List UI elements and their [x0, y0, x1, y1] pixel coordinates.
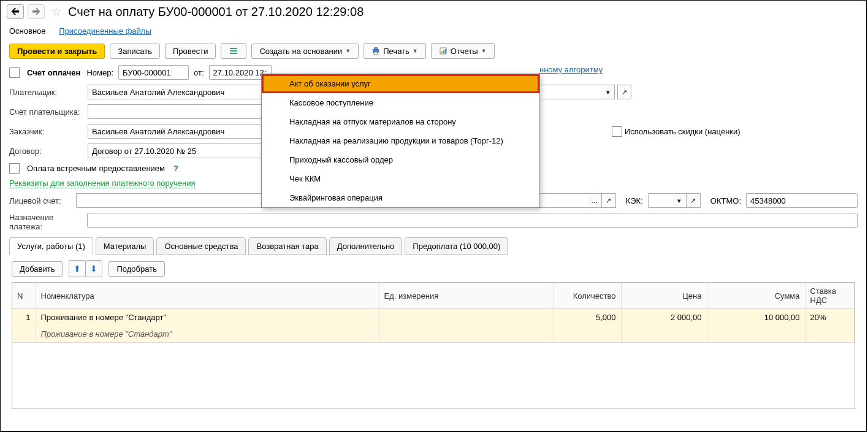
cell-qty: 5,000	[554, 309, 621, 326]
ellipsis-button[interactable]: …	[588, 193, 602, 208]
caret-down-icon: ▼	[481, 48, 487, 54]
dropdown-item-acquiring[interactable]: Эквайринговая операция	[262, 188, 539, 207]
svg-rect-1	[230, 50, 237, 52]
title-row: 🡰 🡲 ☆ Счет на оплату БУ00-000001 от 27.1…	[1, 1, 866, 23]
save-button[interactable]: Записать	[110, 44, 160, 59]
purpose-label: Назначение платежа:	[9, 213, 82, 231]
kek-label: КЭК:	[626, 196, 643, 205]
move-down-button[interactable]: ⬇	[85, 260, 102, 277]
cell-unit	[379, 309, 554, 326]
svg-rect-4	[374, 47, 378, 49]
add-button[interactable]: Добавить	[12, 261, 63, 277]
reports-button[interactable]: Отчеты ▼	[431, 43, 495, 59]
discounts-checkbox[interactable]	[612, 126, 622, 137]
dropdown-item-kkm[interactable]: Чек ККМ	[262, 169, 539, 188]
dropdown-item-cash-in[interactable]: Кассовое поступление	[262, 93, 539, 112]
nav-attachments[interactable]: Присоединенные файлы	[59, 26, 151, 36]
tab-returnable[interactable]: Возвратная тара	[248, 237, 326, 255]
payer-label: Плательщик:	[9, 88, 83, 97]
offset-label: Оплата встречным предоставлением	[27, 164, 165, 173]
select-button[interactable]: ▾	[601, 85, 615, 99]
customer-label: Заказчик:	[9, 127, 83, 136]
print-label: Печать	[383, 47, 409, 55]
tab-materials[interactable]: Материалы	[96, 237, 154, 255]
offset-checkbox[interactable]	[9, 163, 20, 174]
col-n[interactable]: N	[12, 283, 36, 309]
reports-label: Отчеты	[451, 47, 478, 55]
col-sum[interactable]: Сумма	[707, 283, 805, 309]
movements-button[interactable]	[221, 43, 246, 59]
favorite-icon[interactable]: ☆	[51, 4, 62, 19]
dropdown-item-materials-out[interactable]: Накладная на отпуск материалов на сторон…	[262, 112, 539, 131]
oktmo-label: ОКТМО:	[710, 196, 741, 205]
contract-input[interactable]	[88, 144, 267, 158]
back-button[interactable]: 🡰	[7, 4, 24, 19]
report-icon	[439, 47, 447, 55]
main-toolbar: Провести и закрыть Записать Провести Соз…	[1, 39, 866, 63]
row-purpose: Назначение платежа:	[1, 210, 866, 234]
date-label: от:	[194, 68, 204, 77]
post-and-close-button[interactable]: Провести и закрыть	[9, 44, 105, 59]
tab-assets[interactable]: Основные средства	[156, 237, 246, 255]
customer-input[interactable]	[88, 124, 267, 139]
paid-checkbox[interactable]	[9, 67, 20, 78]
tabs: Услуги, работы (1) Материалы Основные ср…	[1, 234, 866, 255]
create-based-label: Создать на основании	[259, 47, 342, 55]
items-grid: N Номенклатура Ед. измерения Количество …	[12, 282, 855, 409]
select-button[interactable]: ▾	[672, 193, 687, 208]
pick-button[interactable]: Подобрать	[108, 261, 164, 277]
col-qty[interactable]: Количество	[554, 283, 621, 309]
move-up-button[interactable]: ⬆	[69, 260, 86, 277]
kek-input[interactable]	[648, 193, 672, 208]
payer-acc-label: Счет плательщика:	[9, 107, 83, 117]
grid-header-row: N Номенклатура Ед. измерения Количество …	[12, 283, 855, 309]
svg-rect-0	[230, 48, 237, 49]
open-button[interactable]: ↗	[602, 193, 616, 208]
kek-field: ▾ ↗	[648, 193, 701, 208]
table-row[interactable]: 1 Проживание в номере "Стандарт" 5,000 2…	[12, 309, 855, 326]
cell-n: 1	[12, 309, 36, 326]
nav-main[interactable]: Основное	[9, 26, 46, 36]
forward-button[interactable]: 🡲	[28, 4, 45, 19]
tab-prepayment[interactable]: Предоплата (10 000,00)	[405, 237, 508, 255]
open-button[interactable]: ↗	[617, 85, 631, 99]
svg-rect-8	[443, 50, 444, 53]
document-window: 🡰 🡲 ☆ Счет на оплату БУ00-000001 от 27.1…	[0, 0, 867, 432]
caret-down-icon: ▼	[413, 48, 418, 54]
post-button[interactable]: Провести	[165, 44, 216, 59]
oktmo-input[interactable]	[746, 193, 858, 208]
create-based-dropdown: Акт об оказании услуг Кассовое поступлен…	[261, 74, 540, 208]
discounts-label: Использовать скидки (наценки)	[625, 127, 740, 136]
create-based-button[interactable]: Создать на основании ▼	[251, 44, 359, 59]
dropdown-item-torg12[interactable]: Накладная на реализацию продукции и това…	[262, 131, 539, 150]
table-row-sub[interactable]: Проживание в номере "Стандарт"	[12, 326, 855, 343]
cell-sub: Проживание в номере "Стандарт"	[36, 326, 379, 343]
paid-label: Счет оплачен	[27, 68, 80, 77]
cell-price: 2 000,00	[621, 309, 707, 326]
tab-services[interactable]: Услуги, работы (1)	[9, 237, 93, 255]
dropdown-item-act[interactable]: Акт об оказании услуг	[262, 74, 539, 93]
payer-acc-input[interactable]	[88, 104, 267, 119]
cell-nom: Проживание в номере "Стандарт"	[36, 309, 379, 326]
col-price[interactable]: Цена	[621, 283, 707, 309]
open-button[interactable]: ↗	[687, 193, 701, 208]
offset-help[interactable]: ?	[173, 164, 178, 173]
caret-down-icon: ▼	[345, 48, 351, 54]
purpose-input[interactable]	[87, 213, 858, 228]
tab-additional[interactable]: Дополнительно	[329, 237, 403, 255]
print-button[interactable]: Печать ▼	[364, 43, 426, 59]
svg-rect-5	[374, 52, 378, 55]
nav-links: Основное Присоединенные файлы	[1, 23, 866, 39]
payment-requisites-link[interactable]: Реквизиты для заполнения платежного пору…	[9, 178, 196, 188]
algorithm-link-fragment[interactable]: нному алгоритму	[539, 65, 603, 74]
grid-toolbar: Добавить ⬆ ⬇ Подобрать	[1, 255, 866, 282]
dropdown-item-cash-order[interactable]: Приходный кассовый ордер	[262, 150, 539, 169]
page-title: Счет на оплату БУ00-000001 от 27.10.2020…	[68, 5, 364, 19]
printer-icon	[371, 47, 380, 55]
number-input[interactable]	[118, 65, 189, 80]
svg-rect-9	[445, 49, 446, 53]
col-unit[interactable]: Ед. измерения	[379, 283, 554, 309]
col-nom[interactable]: Номенклатура	[36, 283, 379, 309]
svg-rect-2	[230, 53, 237, 54]
col-vat[interactable]: Ставка НДС	[805, 283, 855, 309]
